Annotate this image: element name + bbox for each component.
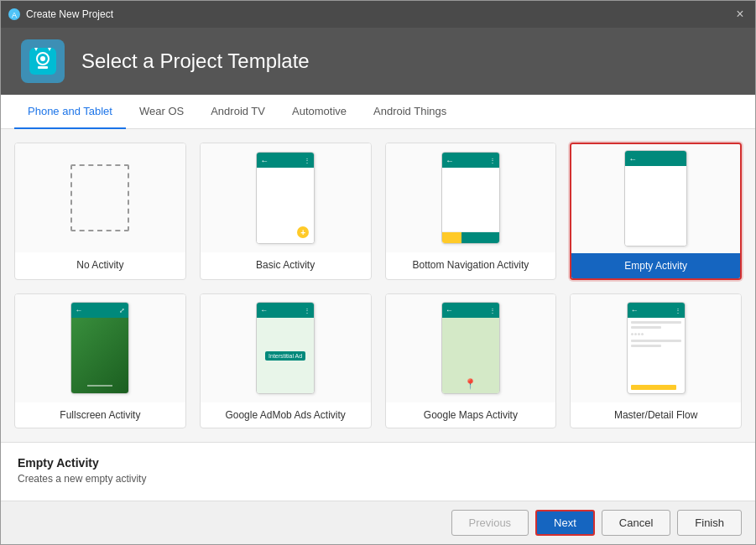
admob-phone: ← ⋮ Interstitial Ad <box>256 302 315 394</box>
bottom-nav-phone: ← ⋮ <box>441 152 500 244</box>
fullscreen-body <box>71 318 128 393</box>
menu-dots-icon: ⋮ <box>489 307 496 314</box>
next-button[interactable]: Next <box>535 510 595 536</box>
empty-activity-label: Empty Activity <box>571 253 740 278</box>
previous-button[interactable]: Previous <box>451 510 529 536</box>
svg-text:A: A <box>12 11 17 19</box>
template-maps-activity[interactable]: ← ⋮ 📍 Google Maps Activity <box>385 293 557 429</box>
fullscreen-label: Fullscreen Activity <box>56 402 143 428</box>
admob-body: Interstitial Ad <box>257 318 314 393</box>
template-grid: No Activity ← ⋮ + Basic Activity <box>1 129 755 442</box>
maps-preview: ← ⋮ 📍 <box>386 294 556 403</box>
admob-preview: ← ⋮ Interstitial Ad <box>201 294 371 403</box>
fullscreen-phone: ← ⤢ <box>70 302 129 394</box>
list-dots <box>631 333 681 335</box>
template-master-detail-flow[interactable]: ← ⋮ <box>570 293 742 429</box>
maps-label: Google Maps Activity <box>420 402 521 428</box>
bottom-nav-topbar: ← ⋮ <box>442 153 499 168</box>
title-bar-label: Create New Project <box>26 8 732 20</box>
finish-button[interactable]: Finish <box>677 510 742 536</box>
android-studio-logo <box>21 39 65 83</box>
maps-header: ← ⋮ <box>442 303 499 318</box>
cancel-button[interactable]: Cancel <box>602 510 670 536</box>
menu-dots-icon: ⋮ <box>304 307 310 314</box>
master-detail-label: Master/Detail Flow <box>611 402 701 428</box>
basic-activity-phone: ← ⋮ + <box>256 152 315 244</box>
admob-header: ← ⋮ <box>257 303 314 318</box>
map-pin-icon: 📍 <box>464 378 477 390</box>
app-icon: A <box>8 8 21 21</box>
bottom-nav-body <box>442 168 499 243</box>
maps-body: 📍 <box>442 318 499 393</box>
list-yellow-bar <box>631 385 676 390</box>
description-area: Empty Activity Creates a new empty activ… <box>1 442 755 501</box>
fullscreen-icon: ⤢ <box>119 307 125 314</box>
list-line-4 <box>631 345 661 347</box>
tab-wear-os[interactable]: Wear OS <box>126 95 197 129</box>
dot-3 <box>638 333 640 335</box>
template-basic-activity[interactable]: ← ⋮ + Basic Activity <box>200 143 372 280</box>
close-button[interactable]: × <box>732 6 748 23</box>
bottom-nav-item-2 <box>461 232 481 243</box>
template-empty-activity[interactable]: ← Empty Activity <box>570 143 742 280</box>
empty-activity-body <box>625 166 686 246</box>
master-detail-preview: ← ⋮ <box>571 294 741 403</box>
fullscreen-header: ← ⤢ <box>71 303 128 318</box>
template-bottom-navigation-activity[interactable]: ← ⋮ Bottom Navigation Activity <box>385 143 557 280</box>
back-arrow-icon: ← <box>446 306 453 314</box>
basic-activity-preview: ← ⋮ + <box>201 143 371 252</box>
back-arrow-icon: ← <box>631 306 639 314</box>
tab-phone-and-tablet[interactable]: Phone and Tablet <box>14 95 126 129</box>
title-bar: A Create New Project × <box>1 1 755 28</box>
menu-dots-icon: ⋮ <box>304 157 310 164</box>
content-area: Phone and Tablet Wear OS Android TV Auto… <box>1 95 755 501</box>
bottom-nav-bar <box>442 231 499 243</box>
master-detail-header: ← ⋮ <box>628 303 685 318</box>
tab-android-tv[interactable]: Android TV <box>197 95 279 129</box>
dialog-footer: Previous Next Cancel Finish <box>1 501 755 544</box>
fab-icon: + <box>297 226 309 238</box>
logo-icon <box>28 46 58 76</box>
back-arrow-icon: ← <box>260 306 268 314</box>
svg-rect-5 <box>38 66 48 69</box>
tab-automotive[interactable]: Automotive <box>279 95 360 129</box>
list-line-1 <box>631 321 681 324</box>
back-arrow-icon: ← <box>628 154 637 164</box>
no-activity-preview <box>15 143 185 252</box>
master-detail-body <box>628 318 685 393</box>
tab-bar: Phone and Tablet Wear OS Android TV Auto… <box>1 95 755 129</box>
basic-activity-label: Basic Activity <box>253 252 318 278</box>
dialog-header: Select a Project Template <box>1 28 755 95</box>
template-no-activity[interactable]: No Activity <box>14 143 186 280</box>
menu-dots-icon: ⋮ <box>675 307 681 314</box>
dot-2 <box>634 333 637 335</box>
selected-template-description: Creates a new empty activity <box>18 473 738 485</box>
basic-activity-topbar: ← ⋮ <box>257 153 314 168</box>
back-arrow-icon: ← <box>446 156 454 165</box>
bottom-nav-item-1 <box>442 232 461 243</box>
fullscreen-bar <box>87 385 112 387</box>
fullscreen-preview: ← ⤢ <box>15 294 185 403</box>
admob-label: Google AdMob Ads Activity <box>222 402 348 428</box>
template-admob-activity[interactable]: ← ⋮ Interstitial Ad Google AdMob Ads Act… <box>200 293 372 429</box>
back-arrow-icon: ← <box>75 306 82 314</box>
selected-template-title: Empty Activity <box>18 456 738 470</box>
bottom-nav-item-3 <box>480 232 499 243</box>
dialog-title: Select a Project Template <box>81 49 310 73</box>
tab-android-things[interactable]: Android Things <box>360 95 460 129</box>
dot-1 <box>631 333 633 335</box>
svg-point-4 <box>40 56 45 61</box>
back-arrow-icon: ← <box>260 156 269 165</box>
list-line-3 <box>631 340 681 342</box>
empty-activity-topbar: ← <box>625 151 686 166</box>
no-activity-label: No Activity <box>73 252 127 278</box>
maps-phone: ← ⋮ 📍 <box>441 302 500 394</box>
template-fullscreen-activity[interactable]: ← ⤢ Fullscreen Activity <box>14 293 186 429</box>
dot-4 <box>641 333 644 335</box>
no-activity-dashed-box <box>70 164 129 231</box>
basic-activity-body: + <box>257 168 314 243</box>
bottom-nav-preview: ← ⋮ <box>386 143 556 252</box>
list-line-2 <box>631 326 661 329</box>
menu-dots-icon: ⋮ <box>489 157 496 164</box>
interstitial-ad-badge: Interstitial Ad <box>265 351 305 361</box>
